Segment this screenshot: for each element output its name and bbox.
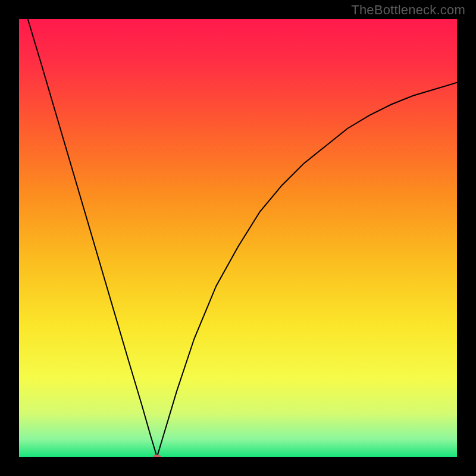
minimum-marker	[153, 455, 161, 457]
bottleneck-curve	[19, 19, 457, 457]
chart-frame: TheBottleneck.com	[0, 0, 476, 476]
attribution-text: TheBottleneck.com	[351, 2, 465, 18]
plot-area	[19, 19, 457, 457]
